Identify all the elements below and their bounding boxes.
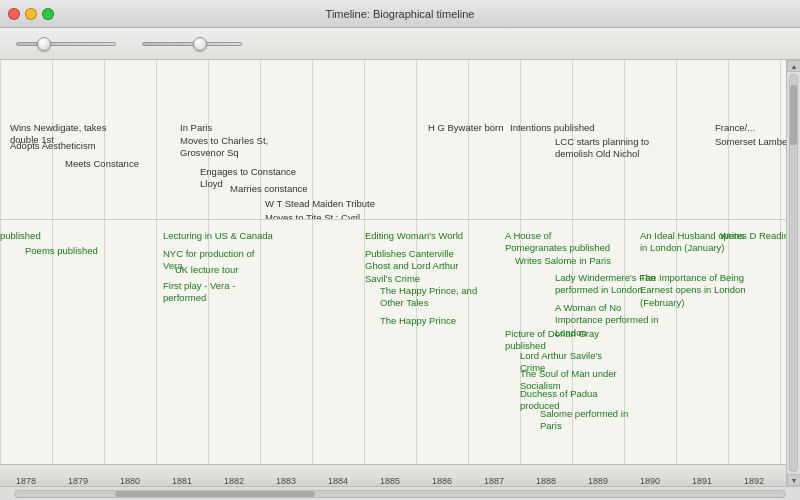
year-label: 1879 <box>68 476 88 486</box>
bottom-event: First play - Vera - performed <box>163 280 273 305</box>
column-line <box>156 220 157 464</box>
year-label: 1891 <box>692 476 712 486</box>
column-line <box>780 220 781 464</box>
bottom-event: A House of Pomegranates published <box>505 230 615 255</box>
column-line <box>312 60 313 219</box>
bottom-events-panel: publishedPoems publishedLecturing in US … <box>0 220 800 464</box>
main-content: Wins Newdigate, takes double 1stAdopts A… <box>0 60 800 500</box>
column-line <box>676 220 677 464</box>
year-label: 1888 <box>536 476 556 486</box>
bottom-event: Editing Woman's World <box>365 230 463 242</box>
top-event: LCC starts planning to demolish Old Nich… <box>555 136 665 161</box>
year-label: 1885 <box>380 476 400 486</box>
scale-control <box>10 42 116 46</box>
timeline-area: Wins Newdigate, takes double 1stAdopts A… <box>0 60 800 500</box>
year-label: 1892 <box>744 476 764 486</box>
label-slider-thumb[interactable] <box>193 37 207 51</box>
bottom-event: Poems published <box>25 245 98 257</box>
top-event: W T Stead Maiden Tribute <box>265 198 375 210</box>
window-title: Timeline: Biographical timeline <box>326 8 475 20</box>
bottom-event: UK lecture tour <box>175 264 238 276</box>
column-line <box>0 60 1 219</box>
top-column-lines <box>0 60 800 219</box>
column-line <box>156 60 157 219</box>
column-line <box>728 220 729 464</box>
bottom-event: Writes Salome in Paris <box>515 255 611 267</box>
vertical-scrollbar[interactable]: ▲ ▼ <box>786 60 800 486</box>
column-line <box>312 220 313 464</box>
h-scroll-thumb[interactable] <box>115 491 315 497</box>
maximize-button[interactable] <box>42 8 54 20</box>
year-label: 1886 <box>432 476 452 486</box>
top-event: Meets Constance <box>65 158 139 170</box>
top-event: In Paris <box>180 122 212 134</box>
minimize-button[interactable] <box>25 8 37 20</box>
year-label: 1883 <box>276 476 296 486</box>
column-line <box>104 220 105 464</box>
year-bar: 1878187918801881188218831884188518861887… <box>0 464 800 486</box>
scale-slider-thumb[interactable] <box>37 37 51 51</box>
top-event: Intentions published <box>510 122 595 134</box>
v-scroll-down[interactable]: ▼ <box>787 474 800 486</box>
h-scroll-track[interactable] <box>14 490 786 498</box>
column-line <box>676 60 677 219</box>
top-event: France/... <box>715 122 755 134</box>
bottom-event: published <box>0 230 41 242</box>
column-line <box>520 60 521 219</box>
year-label: 1878 <box>16 476 36 486</box>
top-event: Moves to Charles St, Grosvenor Sq <box>180 135 290 160</box>
column-line <box>0 220 1 464</box>
year-label: 1887 <box>484 476 504 486</box>
column-line <box>416 60 417 219</box>
v-scroll-thumb[interactable] <box>790 85 797 145</box>
bottom-event: Publishes Canterville Ghost and Lord Art… <box>365 248 475 285</box>
top-event: Somerset Lambeth <box>715 136 795 148</box>
window-controls[interactable] <box>8 8 54 20</box>
bottom-event: The Importance of Being Earnest opens in… <box>640 272 750 309</box>
year-label: 1884 <box>328 476 348 486</box>
scale-slider[interactable] <box>16 42 116 46</box>
year-label: 1880 <box>120 476 140 486</box>
horizontal-scrollbar[interactable] <box>0 486 800 500</box>
top-event: Moves to Tite St.; Cyril born <box>265 212 375 220</box>
top-event: Adopts Aestheticism <box>10 140 96 152</box>
close-button[interactable] <box>8 8 20 20</box>
year-label: 1889 <box>588 476 608 486</box>
top-event: Marries constance <box>230 183 308 195</box>
top-events-panel: Wins Newdigate, takes double 1stAdopts A… <box>0 60 800 220</box>
v-scroll-track[interactable] <box>789 74 798 472</box>
label-control <box>136 42 242 46</box>
bottom-event: The Happy Prince <box>380 315 456 327</box>
bottom-event: Salome performed in Paris <box>540 408 650 433</box>
year-label: 1881 <box>172 476 192 486</box>
label-slider[interactable] <box>142 42 242 46</box>
bottom-event: Picture of Dorian Gray published <box>505 328 615 353</box>
column-line <box>468 60 469 219</box>
bottom-event: The Happy Prince, and Other Tales <box>380 285 490 310</box>
year-label: 1890 <box>640 476 660 486</box>
titlebar: Timeline: Biographical timeline <box>0 0 800 28</box>
top-event: H G Bywater born <box>428 122 504 134</box>
year-label: 1882 <box>224 476 244 486</box>
bottom-event: Lecturing in US & Canada <box>163 230 273 242</box>
v-scroll-up[interactable]: ▲ <box>787 60 800 72</box>
toolbar <box>0 28 800 60</box>
column-line <box>364 60 365 219</box>
bottom-event: Writes D Reading <box>720 230 794 242</box>
